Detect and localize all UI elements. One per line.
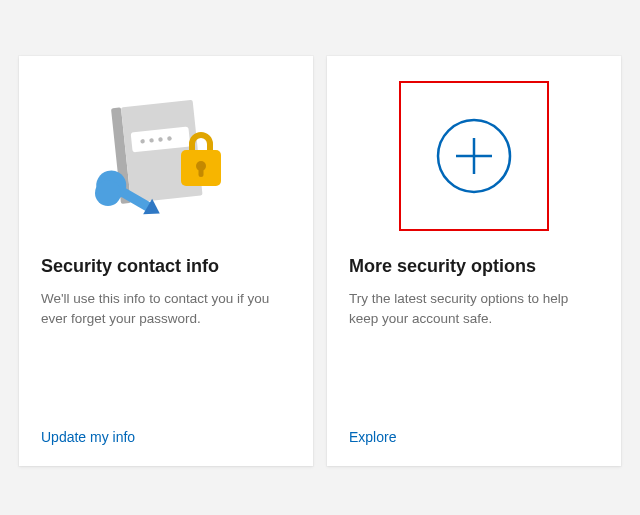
card-illustration (19, 56, 313, 256)
card-footer: Explore (327, 410, 621, 466)
card-description: We'll use this info to contact you if yo… (41, 289, 291, 328)
highlight-annotation (399, 81, 549, 231)
explore-link[interactable]: Explore (349, 429, 396, 445)
card-title: More security options (349, 256, 599, 277)
card-security-contact-info: Security contact info We'll use this inf… (19, 56, 313, 466)
card-title: Security contact info (41, 256, 291, 277)
update-my-info-link[interactable]: Update my info (41, 429, 135, 445)
plus-circle-icon (431, 113, 517, 199)
card-description: Try the latest security options to help … (349, 289, 599, 328)
svg-rect-9 (199, 166, 204, 177)
card-body: More security options Try the latest sec… (327, 256, 621, 410)
svg-point-14 (95, 180, 121, 206)
card-more-security-options: More security options Try the latest sec… (327, 56, 621, 466)
card-body: Security contact info We'll use this inf… (19, 256, 313, 410)
security-contact-illustration-icon (81, 86, 251, 226)
card-illustration (327, 56, 621, 256)
card-footer: Update my info (19, 410, 313, 466)
